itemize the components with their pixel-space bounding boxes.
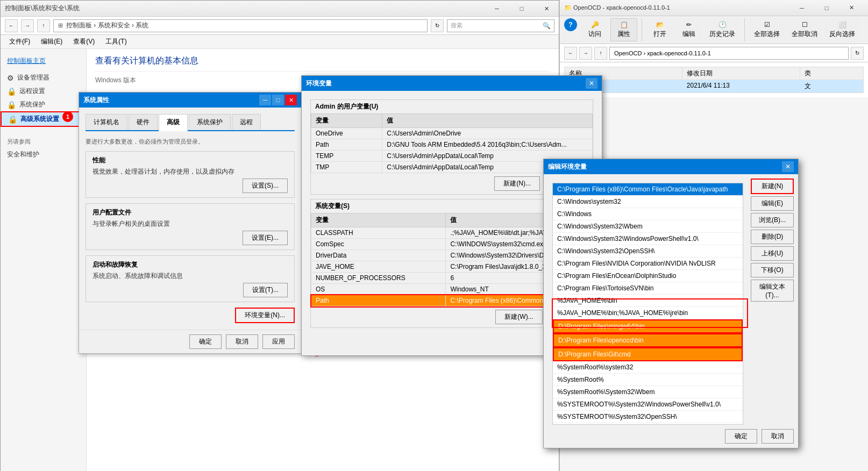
path-item-12[interactable]: D:\Program Files\mingw64\bin: [553, 319, 743, 333]
ribbon-maximize[interactable]: □: [814, 0, 839, 16]
history-icon: 🕐: [718, 21, 727, 28]
refresh-button[interactable]: ↻: [431, 19, 444, 32]
menu-view[interactable]: 查看(V): [69, 36, 99, 47]
menu-bar: 文件(F) 编辑(E) 查看(V) 工具(T): [1, 35, 559, 49]
history-button[interactable]: 🕐 历史记录: [705, 18, 740, 41]
path-item-5[interactable]: C:\Windows\System32\WindowsPowerShell\v1…: [553, 233, 743, 245]
path-item-15[interactable]: %SystemRoot%\system32: [553, 361, 743, 374]
title-bar-controls: ─ □ ✕: [485, 1, 559, 17]
back-button[interactable]: ←: [5, 19, 18, 32]
menu-tools[interactable]: 工具(T): [101, 36, 131, 47]
path-item-4[interactable]: C:\Windows\System32\Wbem: [553, 220, 743, 233]
path-item-20[interactable]: C:\Program Files (x86)\Graphviz2.26.3\bi…: [553, 423, 743, 425]
col-date: 修改日期: [682, 67, 800, 80]
path-item-11[interactable]: %JAVA_HOME%\bin;%JAVA_HOME%\jre\bin: [553, 307, 743, 319]
dialog-content: 计算机名 硬件 高级 系统保护 远程 要进行大多数更改，你必须作为管理员登录。 …: [87, 108, 301, 330]
file-refresh[interactable]: ↻: [851, 47, 864, 60]
menu-file[interactable]: 文件(F): [5, 36, 34, 47]
user-var-row-2[interactable]: Path D:\GNU Tools ARM Embedded\5.4 2016q…: [311, 139, 593, 151]
edit-ok-btn[interactable]: 确定: [725, 429, 757, 444]
sidebar-item-advanced[interactable]: 🔒 高级系统设置: [1, 111, 86, 127]
tab-remote[interactable]: 远程: [232, 114, 261, 130]
user-settings-btn[interactable]: 设置(E)...: [243, 231, 288, 245]
path-item-9[interactable]: C:\Program Files\TortoiseSVN\bin: [553, 282, 743, 295]
cancel-button[interactable]: 取消: [226, 334, 258, 349]
env-close[interactable]: ✕: [586, 78, 597, 89]
path-item-3[interactable]: C:\Windows: [553, 208, 743, 220]
select-all-button[interactable]: ☑ 全部选择: [749, 18, 785, 41]
move-up-btn[interactable]: 上移(U): [751, 246, 794, 261]
admin-notice: 要进行大多数更改，你必须作为管理员登录。: [87, 138, 295, 146]
path-item-19[interactable]: %SYSTEMROOT%\System32\OpenSSH\: [553, 411, 743, 423]
path-item-10[interactable]: %JAVA_HOME%\bin: [553, 295, 743, 307]
help-icon[interactable]: ?: [564, 18, 577, 31]
path-item-18[interactable]: %SYSTEMROOT%\System32\WindowsPowerShell\…: [553, 398, 743, 411]
ok-button[interactable]: 确定: [189, 334, 222, 349]
tab-advanced[interactable]: 高级: [159, 114, 188, 131]
sidebar: 控制面板主页 ⚙ 设备管理器 🔒 远程设置 🔒 系统保护 🔒 高级系统设置 另请…: [1, 49, 87, 471]
tab-sys-protect[interactable]: 系统保护: [189, 114, 231, 130]
path-item-14[interactable]: D:\Program Files\Git\cmd: [553, 347, 743, 361]
dialog-close[interactable]: ✕: [285, 95, 297, 105]
sidebar-item-device[interactable]: ⚙ 设备管理器: [1, 71, 86, 84]
apply-button[interactable]: 应用: [262, 334, 295, 349]
dialog-min[interactable]: ─: [259, 95, 271, 105]
path-item-8[interactable]: C:\Program Files\EnOcean\DolphinStudio: [553, 270, 743, 282]
title-text: 控制面板\系统和安全\系统: [5, 4, 80, 13]
properties-button[interactable]: 📋 属性: [610, 18, 637, 41]
perf-settings-btn[interactable]: 设置(S)...: [243, 179, 288, 193]
startup-settings-btn[interactable]: 设置(T)...: [243, 283, 288, 297]
new-path-btn[interactable]: 新建(N): [751, 179, 794, 194]
search-box[interactable]: 搜索 🔍: [447, 19, 554, 32]
path-item-2[interactable]: C:\Windows\system32: [553, 196, 743, 208]
path-item-7[interactable]: C:\Program Files\NVIDIA Corporation\NVID…: [553, 258, 743, 270]
user-new-btn[interactable]: 新建(N)...: [494, 176, 540, 191]
minimize-button[interactable]: ─: [485, 1, 509, 17]
file-up[interactable]: ↑: [594, 47, 607, 60]
sys-new-btn[interactable]: 新建(W)...: [495, 310, 542, 324]
path-item-1[interactable]: C:\Program Files (x86)\Common Files\Orac…: [553, 183, 743, 196]
file-back[interactable]: ←: [564, 47, 577, 60]
close-button[interactable]: ✕: [534, 1, 559, 17]
env-vars-button[interactable]: 环境变量(N)...: [235, 308, 295, 323]
sys-props-titlebar: 系统属性 ─ □ ✕: [87, 92, 301, 108]
sidebar-home[interactable]: 控制面板主页: [1, 53, 86, 67]
sidebar-item-protection[interactable]: 🔒 系统保护: [1, 98, 86, 111]
file-row[interactable]: 📁 bin 2021/6/4 11:13 文: [564, 80, 864, 93]
path-item-13[interactable]: D:\Program Files\openocd\bin: [553, 333, 743, 347]
browse-path-btn[interactable]: 浏览(B)...: [751, 213, 794, 227]
path-item-16[interactable]: %SystemRoot%: [553, 374, 743, 386]
ribbon-close[interactable]: ✕: [839, 0, 864, 16]
open-icon: 📂: [656, 21, 664, 28]
forward-button[interactable]: →: [21, 19, 34, 32]
ribbon-window-controls: ─ □ ✕: [789, 0, 864, 16]
up-button[interactable]: ↑: [37, 19, 50, 32]
edit-button[interactable]: ✏ 编辑: [675, 18, 702, 41]
edit-path-btn[interactable]: 编辑(E): [751, 196, 794, 211]
path-item-6[interactable]: C:\Windows\System32\OpenSSH\: [553, 245, 743, 258]
path-item-17[interactable]: %SystemRoot%\System32\Wbem: [553, 386, 743, 398]
invert-button[interactable]: ⬜ 反向选择: [824, 18, 860, 41]
select-none-button[interactable]: ☐ 全部取消: [787, 18, 822, 41]
dialog-max[interactable]: □: [272, 95, 284, 105]
access-button[interactable]: 🔑 访问: [581, 18, 608, 41]
env-dialog-controls: ✕: [586, 78, 597, 89]
ribbon-minimize[interactable]: ─: [789, 0, 814, 16]
menu-edit[interactable]: 编辑(E): [37, 36, 67, 47]
edit-text-btn[interactable]: 编辑文本(T)...: [751, 280, 794, 302]
sidebar-item-remote[interactable]: 🔒 远程设置: [1, 84, 86, 98]
file-path[interactable]: OpenOCD › xpack-openocd-0.11.0-1: [609, 47, 849, 60]
open-button[interactable]: 📂 打开: [646, 18, 673, 41]
file-forward[interactable]: →: [579, 47, 592, 60]
sidebar-item-security[interactable]: 安全和维护: [1, 148, 86, 161]
tab-hardware[interactable]: 硬件: [129, 114, 158, 130]
maximize-button[interactable]: □: [509, 1, 534, 17]
edit-env-close[interactable]: ✕: [782, 161, 794, 172]
delete-path-btn[interactable]: 删除(D): [751, 230, 794, 244]
move-down-btn[interactable]: 下移(O): [751, 263, 794, 277]
tab-computer-name[interactable]: 计算机名: [87, 114, 127, 130]
search-icon: 🔍: [543, 22, 551, 30]
address-path[interactable]: ⊞ 控制面板 › 系统和安全 › 系统: [53, 19, 428, 32]
edit-cancel-btn[interactable]: 取消: [762, 429, 794, 444]
user-var-row-1[interactable]: OneDrive C:\Users\Admin\OneDrive: [311, 128, 593, 139]
